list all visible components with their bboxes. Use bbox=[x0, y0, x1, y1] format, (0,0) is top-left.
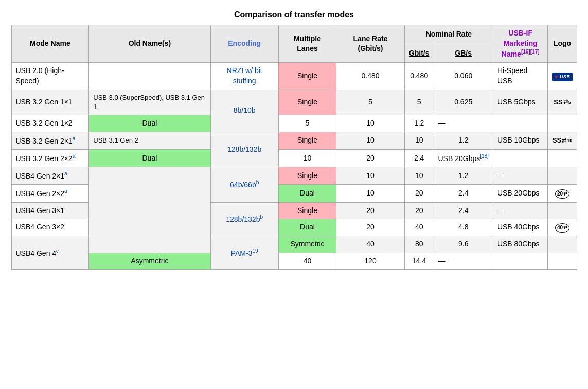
cell-old-name bbox=[89, 63, 210, 90]
encoding-link[interactable]: NRZI w/ bit stuffing bbox=[227, 66, 262, 85]
table-row: USB4 Gen 2×1a64b/66bbSingle10101.2— bbox=[11, 167, 577, 185]
cell-nominal-gbit: 10 bbox=[404, 167, 434, 185]
cell-logo: 40⇄ bbox=[548, 219, 577, 236]
cell-marketing-name: — bbox=[434, 253, 493, 270]
th-mode-name: Mode Name bbox=[11, 25, 89, 63]
table-container: Comparison of transfer modes Mode Name O… bbox=[11, 10, 577, 270]
cell-old-name: USB 3.1 Gen 2 bbox=[89, 132, 210, 149]
cell-mode-name: USB 3.2 Gen 2×1a bbox=[11, 132, 89, 149]
cell-logo bbox=[548, 202, 577, 219]
cell-marketing-name: — bbox=[434, 115, 493, 132]
cell-multiple-lanes: Dual bbox=[89, 149, 210, 167]
cell-nominal-gb: 1.2 bbox=[434, 167, 493, 185]
th-nominal-gbit: Gbit/s bbox=[404, 44, 434, 63]
cell-old-name: USB 3.0 (SuperSpeed), USB 3.1 Gen 1 bbox=[89, 90, 210, 115]
encoding-link[interactable]: 64b/66b bbox=[230, 181, 256, 189]
cell-logo: SS⇄10 bbox=[548, 132, 577, 149]
cell-encoding: 8b/10b bbox=[210, 90, 278, 132]
cell-marketing-name: — bbox=[493, 167, 548, 185]
cell-encoding: 128b/132b bbox=[210, 132, 278, 167]
cell-nominal-gbit: 10 bbox=[336, 115, 405, 132]
cell-nominal-gbit: 80 bbox=[404, 236, 434, 253]
cell-mode-name: USB4 Gen 2×2a bbox=[11, 185, 89, 202]
cell-marketing-name: USB 20Gbps[18] bbox=[434, 149, 493, 167]
cell-lane-rate: 40 bbox=[278, 253, 336, 270]
mode-sup-link[interactable]: a bbox=[64, 171, 67, 176]
table-row: USB 3.2 Gen 2×2aDual10202.4USB 20Gbps[18… bbox=[11, 149, 577, 167]
mode-sup-link[interactable]: a bbox=[73, 136, 76, 142]
encoding-link[interactable]: 128b/132b bbox=[227, 145, 261, 153]
cell-nominal-gbit: 20 bbox=[404, 202, 434, 219]
cell-nominal-gbit: 0.480 bbox=[404, 63, 434, 90]
logo-20gbps: 20⇄ bbox=[555, 189, 569, 199]
cell-nominal-gb: 2.4 bbox=[434, 185, 493, 202]
cell-nominal-gbit: 5 bbox=[404, 90, 434, 115]
logo-hspeed: ★ USB bbox=[552, 73, 572, 81]
encoding-link[interactable]: 128b/132b bbox=[226, 215, 260, 223]
mode-sup-link[interactable]: a bbox=[64, 188, 67, 194]
cell-lane-rate: 10 bbox=[336, 167, 405, 185]
cell-logo bbox=[493, 149, 548, 167]
cell-nominal-gb: 1.2 bbox=[434, 132, 493, 149]
cell-multiple-lanes: Symmetric bbox=[278, 236, 336, 253]
encoding-link[interactable]: 8b/10b bbox=[234, 106, 256, 114]
enc-sup: 19 bbox=[252, 248, 258, 254]
cell-old-name bbox=[89, 167, 210, 253]
cell-mode-name: USB4 Gen 3×1 bbox=[11, 202, 89, 219]
cell-mode-name: USB4 Gen 4c bbox=[11, 236, 89, 270]
cell-logo bbox=[493, 253, 548, 270]
cell-nominal-gb: 2.4 bbox=[434, 202, 493, 219]
mode-sup-link[interactable]: c bbox=[56, 248, 59, 254]
cell-nominal-gb: 0.625 bbox=[434, 90, 493, 115]
cell-marketing-name: USB 80Gbps bbox=[493, 236, 548, 253]
cell-marketing-name: USB 20Gbps bbox=[493, 185, 548, 202]
cell-lane-rate: 5 bbox=[278, 115, 336, 132]
cell-mode-name: USB4 Gen 2×1a bbox=[11, 167, 89, 185]
table-title: Comparison of transfer modes bbox=[11, 10, 577, 20]
cell-nominal-gb: 9.6 bbox=[434, 236, 493, 253]
th-encoding: Encoding bbox=[210, 25, 278, 63]
cell-multiple-lanes: Single bbox=[278, 90, 336, 115]
cell-nominal-gb: 2.4 bbox=[404, 149, 434, 167]
cell-mode-name: USB 3.2 Gen 1×2 bbox=[11, 115, 89, 132]
cell-nominal-gb: 4.8 bbox=[434, 219, 493, 236]
cell-logo: SS⇄5 bbox=[548, 90, 577, 115]
cell-marketing-name: USB 40Gbps bbox=[493, 219, 548, 236]
cell-lane-rate: 5 bbox=[336, 90, 405, 115]
cell-lane-rate: 20 bbox=[336, 219, 405, 236]
cell-nominal-gbit: 120 bbox=[336, 253, 405, 270]
th-nominal-rate: Nominal Rate bbox=[404, 25, 493, 44]
comparison-table: Mode Name Old Name(s) Encoding Multiple … bbox=[11, 25, 577, 270]
cell-nominal-gb: 14.4 bbox=[404, 253, 434, 270]
cell-marketing-name: Hi-Speed USB bbox=[493, 63, 548, 90]
cell-logo bbox=[548, 236, 577, 253]
cell-multiple-lanes: Single bbox=[278, 63, 336, 90]
cell-nominal-gbit: 20 bbox=[404, 185, 434, 202]
cell-mode-name: USB 3.2 Gen 1×1 bbox=[11, 90, 89, 115]
th-lane-rate: Lane Rate (Gbit/s) bbox=[336, 25, 405, 63]
cell-mode-name: USB4 Gen 3×2 bbox=[11, 219, 89, 236]
th-usbif-refs: [16][17] bbox=[521, 49, 540, 55]
table-row: USB 2.0 (High-Speed)NRZI w/ bit stuffing… bbox=[11, 63, 577, 90]
cell-logo bbox=[493, 115, 548, 132]
cell-nominal-gb: 0.060 bbox=[434, 63, 493, 90]
cell-lane-rate: 40 bbox=[336, 236, 405, 253]
th-multiple-lanes: Multiple Lanes bbox=[278, 25, 336, 63]
cell-logo bbox=[548, 167, 577, 185]
cell-lane-rate: 20 bbox=[336, 202, 405, 219]
cell-multiple-lanes: Asymmetric bbox=[89, 253, 210, 270]
cell-lane-rate: 10 bbox=[336, 185, 405, 202]
encoding-link[interactable]: PAM-3 bbox=[231, 249, 253, 257]
cell-logo: 20⇄ bbox=[548, 185, 577, 202]
th-nominal-gb: GB/s bbox=[434, 44, 493, 63]
mode-sup-link[interactable]: a bbox=[73, 153, 76, 159]
cell-mode-name: USB 2.0 (High-Speed) bbox=[11, 63, 89, 90]
logo-40gbps: 40⇄ bbox=[555, 223, 569, 233]
cell-lane-rate: 0.480 bbox=[336, 63, 405, 90]
cell-nominal-gbit: 20 bbox=[336, 149, 405, 167]
cell-multiple-lanes: Dual bbox=[89, 115, 210, 132]
enc-sup: b bbox=[260, 214, 263, 220]
cell-logo: ★ USB bbox=[548, 63, 577, 90]
mkt-sup: [18] bbox=[480, 153, 489, 159]
table-body: USB 2.0 (High-Speed)NRZI w/ bit stuffing… bbox=[11, 63, 577, 270]
